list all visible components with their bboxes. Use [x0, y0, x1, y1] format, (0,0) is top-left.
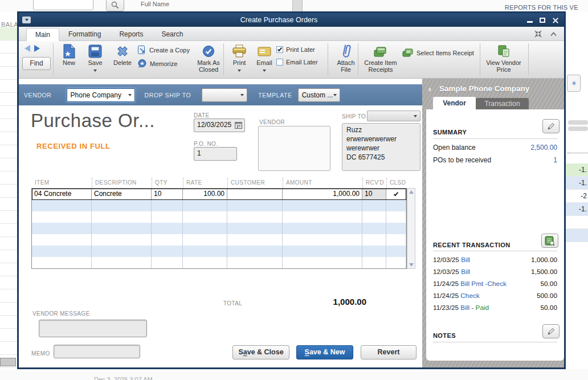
transaction-type-link[interactable]: Bill: [459, 268, 470, 276]
reports-for-vendor-link[interactable]: REPORTS FOR THIS VE: [505, 4, 578, 11]
table-row-empty[interactable]: [32, 200, 406, 211]
column-header[interactable]: RCV'D: [362, 178, 386, 188]
ship-to-dropdown[interactable]: [367, 111, 420, 121]
summary-value-link[interactable]: 2,500.00: [530, 144, 557, 152]
scroll-up-icon[interactable]: [409, 190, 414, 194]
quick-report-button[interactable]: [541, 234, 558, 248]
calendar-icon[interactable]: [235, 121, 242, 129]
window-menu-icon[interactable]: [22, 17, 31, 23]
transaction-row[interactable]: 12/03/25 Bill1,000.00: [433, 254, 557, 265]
new-button[interactable]: New: [56, 43, 81, 66]
vendor-message-input[interactable]: [39, 320, 147, 337]
table-row-empty[interactable]: [32, 234, 406, 246]
table-row-empty[interactable]: [32, 257, 406, 268]
column-header[interactable]: ITEM: [32, 178, 92, 188]
search-button[interactable]: [106, 0, 124, 11]
cell-clsd[interactable]: [386, 189, 406, 200]
items-table-scrollbar[interactable]: [407, 188, 415, 269]
full-screen-icon[interactable]: [534, 30, 542, 38]
template-dropdown[interactable]: Custom ...: [298, 88, 340, 102]
delete-button[interactable]: Delete: [109, 43, 136, 66]
cell-customer[interactable]: [227, 189, 283, 200]
transaction-row[interactable]: 11/23/25 Bill - Paid50.00: [433, 301, 557, 313]
attach-file-button[interactable]: Attach File: [332, 43, 360, 73]
panel-tab-vendor[interactable]: Vendor: [433, 97, 476, 109]
save-new-button[interactable]: Save & New: [296, 345, 353, 359]
email-later-checkbox[interactable]: Email Later: [276, 59, 318, 66]
cell-item[interactable]: 04 Concrete: [32, 189, 92, 200]
background-scrollbar[interactable]: [292, 0, 303, 11]
tab-reports[interactable]: Reports: [110, 27, 152, 40]
transaction-type-link[interactable]: Check: [459, 292, 480, 300]
cell-rate[interactable]: 100.00: [183, 189, 227, 200]
background-button[interactable]: ✳: [567, 75, 581, 92]
back-arrow-icon[interactable]: [24, 45, 30, 52]
tab-main[interactable]: Main: [26, 28, 59, 41]
minimize-button[interactable]: [527, 21, 533, 23]
transaction-type-link[interactable]: Bill: [459, 304, 469, 312]
summary-value-link[interactable]: 1: [553, 156, 557, 164]
background-scrollbar-end[interactable]: [0, 358, 16, 366]
tab-formatting[interactable]: Formatting: [59, 27, 110, 40]
forward-arrow-icon[interactable]: [34, 45, 40, 52]
transaction-type-link[interactable]: Bill Pmt -Check: [459, 280, 507, 288]
mark-as-closed-button[interactable]: Mark As Closed: [193, 43, 224, 73]
empty-cell: [152, 234, 183, 246]
table-row[interactable]: 04 ConcreteConcrete10100.001,000.0010: [32, 189, 406, 200]
revert-button[interactable]: Revert: [361, 345, 416, 359]
po-number-input[interactable]: 1: [194, 147, 237, 161]
transaction-row[interactable]: 11/24/25 Bill Pmt -Check50.00: [433, 277, 557, 289]
vendor-dropdown[interactable]: Phone Company: [67, 88, 135, 102]
create-item-receipts-button[interactable]: Create Item Receipts: [362, 43, 399, 73]
search-input[interactable]: [33, 0, 93, 10]
cell-description[interactable]: Concrete: [92, 189, 152, 200]
email-dropdown-caret[interactable]: [263, 70, 266, 72]
transaction-type-link[interactable]: Bill: [459, 256, 470, 264]
collapse-panel-chevron-icon[interactable]: ›: [428, 84, 431, 93]
column-header[interactable]: CLSD: [386, 178, 406, 188]
transaction-row[interactable]: 11/24/25 Check500.00: [433, 289, 557, 301]
items-grid: 04 ConcreteConcrete10100.001,000.0010: [31, 188, 407, 269]
print-later-checkbox[interactable]: Print Later: [276, 46, 315, 53]
cell-rcvd[interactable]: 10: [362, 189, 386, 200]
vendor-address-box[interactable]: [258, 126, 330, 171]
checkbox-checked-icon[interactable]: [276, 46, 283, 53]
select-items-receipt-button[interactable]: Select Items Receipt: [402, 48, 474, 58]
summary-row: POs to be received1: [433, 154, 557, 166]
edit-notes-button[interactable]: [542, 324, 560, 338]
create-copy-button[interactable]: Create a Copy: [137, 45, 190, 55]
cell-qty[interactable]: 10: [152, 189, 183, 200]
memorize-button[interactable]: Memorize: [137, 59, 177, 68]
cell-amount[interactable]: 1,000.00: [283, 189, 362, 200]
tab-search[interactable]: Search: [152, 27, 192, 40]
maximize-button[interactable]: [540, 18, 545, 23]
column-header[interactable]: AMOUNT: [283, 178, 362, 188]
date-input[interactable]: 12/03/2025: [194, 119, 245, 132]
ship-to-address[interactable]: RuzzerwerwerwerwerwerewrwerDC 6577425: [342, 123, 420, 171]
print-dropdown-caret[interactable]: [238, 70, 241, 72]
email-button[interactable]: Email: [252, 43, 276, 73]
column-header[interactable]: DESCRIPTION: [92, 178, 152, 188]
save-button[interactable]: Save: [83, 43, 108, 73]
column-header[interactable]: CUSTOMER: [227, 178, 283, 188]
save-dropdown-caret[interactable]: [93, 70, 97, 72]
checkbox-unchecked-icon[interactable]: [276, 59, 283, 66]
scroll-down-icon[interactable]: [409, 263, 414, 267]
table-row-empty[interactable]: [32, 223, 406, 234]
edit-summary-button[interactable]: [542, 119, 560, 133]
table-row-empty[interactable]: [32, 246, 406, 257]
collapse-ribbon-icon[interactable]: [550, 31, 557, 36]
table-row-empty[interactable]: [32, 211, 406, 223]
memo-input[interactable]: [54, 345, 140, 358]
transaction-row[interactable]: 12/03/25 Bill1,500.00: [433, 265, 557, 277]
drop-ship-dropdown[interactable]: [202, 88, 247, 102]
column-header[interactable]: RATE: [183, 178, 227, 188]
save-close-button[interactable]: Save & Close: [232, 345, 289, 359]
view-vendor-price-button[interactable]: View Vendor Price: [481, 43, 526, 73]
close-button[interactable]: [552, 17, 558, 23]
find-button[interactable]: Find: [22, 57, 51, 70]
column-header[interactable]: QTY: [152, 178, 183, 188]
panel-tab-transaction[interactable]: Transaction: [476, 98, 529, 109]
print-button[interactable]: Print: [227, 43, 251, 73]
title-bar[interactable]: Create Purchase Orders: [19, 13, 564, 27]
